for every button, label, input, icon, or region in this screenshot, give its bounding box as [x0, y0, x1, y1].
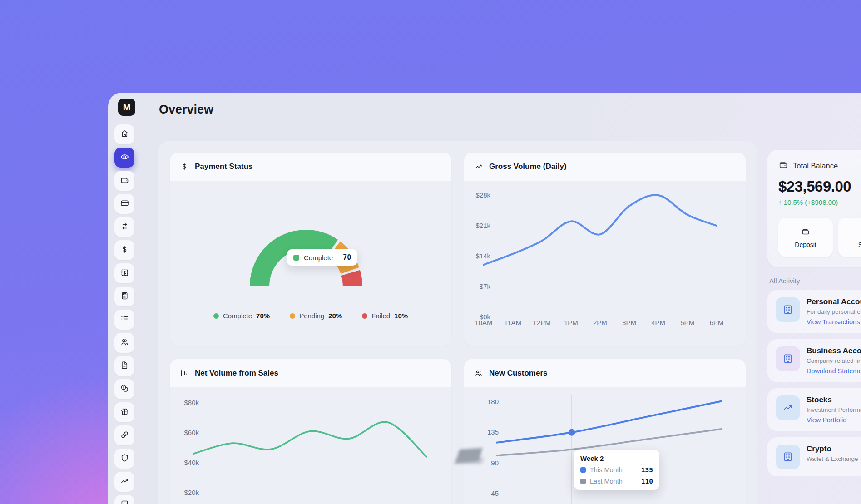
- total-balance-label: Total Balance: [793, 162, 838, 170]
- gross-volume-chart: $28k$21k$14k$7k$0k10AM11AM12PM1PM2PM3PM4…: [464, 181, 746, 346]
- building-icon: [776, 346, 800, 371]
- sidebar-item-customers[interactable]: [114, 333, 134, 353]
- activity-title: Crypto: [807, 445, 858, 454]
- svg-text:135: 135: [487, 428, 499, 436]
- net-volume-chart: $80k$60k$40k$20k: [170, 387, 451, 504]
- all-activity-heading: All Activity: [769, 277, 861, 285]
- desktop-background: M Overview Payment Status Complete 70: [0, 0, 861, 504]
- dashboard-panel: Payment Status Complete 70 Complete 70%: [158, 141, 757, 504]
- card-new-customers-header: New Customers: [464, 359, 746, 387]
- view-transactions-link[interactable]: View Transactions: [807, 318, 861, 326]
- download-statement-link[interactable]: Download Statement: [807, 367, 861, 375]
- list-icon: [120, 314, 129, 326]
- tooltip-row-last-month: Last Month 110: [580, 478, 653, 485]
- wallet-icon: [801, 227, 810, 237]
- svg-text:2PM: 2PM: [593, 319, 607, 326]
- gauge-legend: Complete 70% Pending 20% Failed 10%: [170, 312, 451, 320]
- card-net-volume-header: Net Volume from Sales: [170, 359, 451, 387]
- week2-tooltip: Week 2 This Month 135 Last Month 110: [574, 450, 659, 490]
- card-payment-status-header: Payment Status: [170, 153, 451, 181]
- sidebar-item-rewards[interactable]: [114, 402, 134, 422]
- activity-item-personal-account[interactable]: Personal Account For daily personal expe…: [767, 290, 861, 333]
- activity-subtitle: Wallet & Exchange: [807, 455, 858, 462]
- tooltip-row-this-month: This Month 135: [580, 466, 653, 474]
- view-portfolio-link[interactable]: View Portfolio: [807, 416, 861, 424]
- legend-value: 20%: [328, 312, 342, 320]
- send-button[interactable]: Send: [838, 218, 861, 257]
- legend-label: Complete: [223, 312, 252, 320]
- app-logo[interactable]: M: [118, 99, 135, 116]
- svg-text:6PM: 6PM: [709, 319, 723, 326]
- svg-text:$21k: $21k: [475, 222, 490, 229]
- new-customers-chart: 1801359045 Week 2 This Month 135 Last Mo…: [464, 387, 746, 504]
- activity-subtitle: Company-related finances: [807, 357, 861, 364]
- sidebar-item-payments[interactable]: [114, 240, 134, 260]
- card-gross-volume: Gross Volume (Daily) $28k$21k$14k$7k$0k1…: [464, 153, 746, 346]
- svg-text:$40k: $40k: [184, 459, 199, 466]
- legend-item-pending: Pending 20%: [290, 312, 342, 320]
- svg-text:12PM: 12PM: [533, 319, 551, 326]
- sidebar-item-security[interactable]: [114, 449, 134, 469]
- activity-item-stocks[interactable]: Stocks Investment Performance View Portf…: [767, 388, 861, 431]
- building-icon: [776, 445, 800, 469]
- tooltip-label: This Month: [590, 466, 623, 474]
- legend-value: 70%: [256, 312, 270, 320]
- activity-title: Personal Account: [807, 297, 861, 306]
- svg-text:11AM: 11AM: [504, 319, 521, 326]
- users-icon: [120, 337, 129, 349]
- legend-dot: [213, 313, 219, 319]
- svg-text:90: 90: [491, 459, 499, 467]
- activity-subtitle: For daily personal expenses: [807, 308, 861, 315]
- tooltip-swatch: [580, 479, 586, 484]
- card-title: New Customers: [489, 369, 547, 378]
- tooltip-title: Week 2: [580, 455, 653, 462]
- sidebar-item-home[interactable]: [114, 124, 134, 144]
- receipt-icon: [120, 268, 129, 279]
- svg-text:$60k: $60k: [184, 429, 199, 436]
- balance-change: ↑ 10.5% (+$908.00): [778, 198, 861, 206]
- sidebar-item-cards[interactable]: [114, 194, 134, 214]
- credit-card-icon: [120, 198, 129, 210]
- svg-text:5PM: 5PM: [680, 319, 694, 326]
- activity-item-crypto[interactable]: Crypto Wallet & Exchange: [767, 437, 861, 476]
- coins-icon: [120, 384, 129, 395]
- users-icon: [474, 369, 483, 378]
- svg-text:1PM: 1PM: [564, 319, 578, 326]
- activity-subtitle: Investment Performance: [807, 406, 861, 413]
- page-title: Overview: [159, 103, 213, 117]
- svg-text:3PM: 3PM: [622, 319, 636, 326]
- gauge-tooltip: Complete 70: [287, 249, 357, 266]
- building-icon: [776, 297, 800, 322]
- calculator-icon: [120, 291, 129, 302]
- activity-item-business-account[interactable]: Business Account Company-related finance…: [767, 339, 861, 382]
- legend-item-failed: Failed 10%: [362, 312, 408, 320]
- device-icon: [120, 499, 129, 504]
- activity-title: Stocks: [807, 395, 861, 405]
- svg-text:45: 45: [491, 489, 499, 497]
- sidebar-item-documents[interactable]: [114, 356, 134, 376]
- sidebar-item-overview[interactable]: [114, 148, 134, 168]
- sidebar-item-accounting[interactable]: [114, 287, 134, 306]
- sidebar-item-devices[interactable]: [114, 495, 134, 504]
- svg-text:$20k: $20k: [184, 489, 199, 496]
- sidebar-item-analytics[interactable]: [114, 472, 134, 492]
- sidebar-item-invoices[interactable]: [114, 263, 134, 283]
- svg-text:$14k: $14k: [475, 252, 490, 260]
- gauge-chart: [170, 181, 451, 317]
- sidebar-item-transfers[interactable]: [114, 217, 134, 237]
- sidebar-item-balances[interactable]: [114, 379, 134, 399]
- home-icon: [120, 129, 129, 140]
- sidebar-item-transactions[interactable]: [114, 310, 134, 330]
- app-window: M Overview Payment Status Complete 70: [108, 93, 861, 504]
- svg-text:$80k: $80k: [184, 399, 199, 406]
- svg-text:180: 180: [487, 398, 499, 405]
- svg-text:$7k: $7k: [480, 282, 491, 290]
- sidebar-item-wallet[interactable]: [114, 171, 134, 191]
- line-chart: $80k$60k$40k$20k: [170, 387, 451, 504]
- svg-text:10AM: 10AM: [475, 319, 492, 326]
- dollar-icon: [120, 245, 129, 256]
- deposit-button[interactable]: Deposit: [778, 218, 833, 257]
- sidebar-item-integrations[interactable]: [114, 425, 134, 445]
- legend-label: Pending: [299, 312, 324, 320]
- card-net-volume: Net Volume from Sales $80k$60k$40k$20k: [170, 359, 451, 504]
